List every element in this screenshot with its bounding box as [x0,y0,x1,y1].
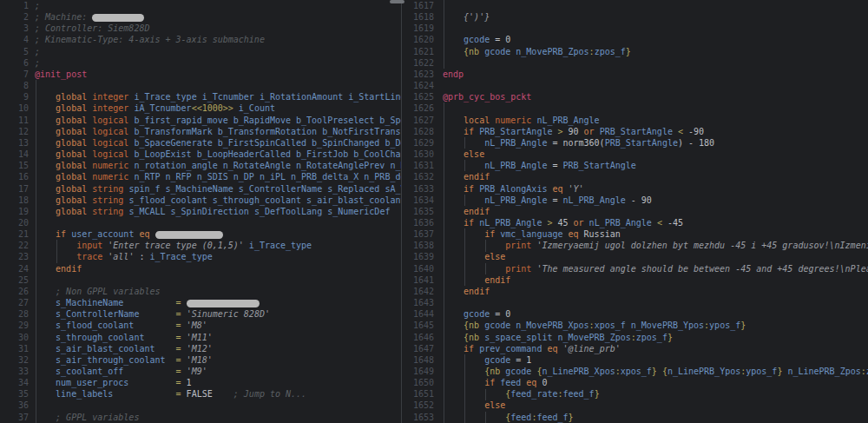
code-line[interactable]: 16 global numeric n_RTP n_RFP n_SDIS n_D… [0,171,401,182]
code-line[interactable]: 1619 [402,23,868,34]
line-number: 29 [0,320,35,331]
code-line[interactable]: 23 trace 'all' : i_Trace_type [0,251,401,262]
code-line[interactable]: 1633 if PRB_AlongAxis eq 'Y' [402,183,868,195]
code-line[interactable]: 1648 gcode = 1 [402,354,868,366]
code-text: print 'Izmeryaemij ugol dolzhen byt mezh… [443,240,868,251]
code-line[interactable]: 35 line_labels = FALSE ; Jump to N... [0,388,401,400]
code-line[interactable]: 8 [0,80,401,91]
code-line[interactable]: 1638 print 'Izmeryaemij ugol dolzhen byt… [402,240,868,251]
code-line[interactable]: 1647 if prev_command eq '@line_prb' [402,343,868,354]
vertical-scrollbar-thumb[interactable] [390,0,404,3]
code-line[interactable]: 1622 [402,57,868,69]
code-line[interactable]: 1628 if PRB_StartAngle > 90 or PRB_Start… [402,126,868,137]
code-line[interactable]: 27 s_MachineName = [0,297,401,308]
code-text: line_labels = FALSE ; Jump to N... [35,388,401,400]
code-line[interactable]: 30 s_through_coolant = 'M11' [0,332,401,343]
code-line[interactable]: 1645 {nb gcode n_MovePRB_Xpos:xpos_f n_M… [402,320,868,331]
code-line[interactable]: 17 global string spin_f s_MachineName s_… [0,183,401,195]
code-line[interactable]: 34 num_user_procs = 1 [0,377,401,388]
code-line[interactable]: 25 [0,274,401,286]
line-number: 16 [0,171,35,182]
code-line[interactable]: 1652 else [402,400,868,411]
code-line[interactable]: 18 global string s_flood_coolant s_throu… [0,195,401,206]
code-line[interactable]: 1653 {feed:feed_f} [402,412,868,423]
code-line[interactable]: 2; Machine: [0,11,401,23]
line-number: 30 [0,332,35,343]
code-line[interactable]: 20 [0,217,401,228]
code-line[interactable]: 1649 {nb gcode {n_LinePRB_Xpos:xpos_f} {… [402,366,868,377]
code-line[interactable]: 1634 nL_PRB_Angle = nL_PRB_Angle - 90 [402,195,868,206]
code-text: gcode = 1 [443,354,868,366]
code-line[interactable]: 1644 gcode = 0 [402,308,868,320]
code-text [35,400,401,411]
code-line[interactable]: 21 if user_account eq [0,228,401,240]
code-text: {feed_rate:feed_f} [443,388,868,400]
line-number: 22 [0,240,35,251]
code-line[interactable]: 32 s_air_through_coolant = 'M18' [0,354,401,366]
line-number: 12 [0,126,35,137]
code-text: global string s_MCALL s_SpinDirection s_… [35,206,401,217]
code-line[interactable]: 11 global logical b_first_rapid_move b_R… [0,115,401,126]
code-line[interactable]: 1627 local numeric nL_PRB_Angle [402,115,868,126]
code-line[interactable]: 1630 else [402,149,868,160]
code-line[interactable]: 1624 [402,80,868,91]
code-line[interactable]: 1635 endif [402,206,868,217]
code-line[interactable]: 33 s_coolant_off = 'M9' [0,366,401,377]
code-line[interactable]: 1643 [402,297,868,308]
code-line[interactable]: 1618 {')'} [402,11,868,23]
line-number: 1645 [402,320,443,331]
code-line[interactable]: 1; [0,0,401,11]
code-line[interactable]: 31 s_air_blast_coolant = 'M12' [0,343,401,354]
code-text: nL_PRB_Angle = PRB_StartAngle [443,160,868,171]
code-line[interactable]: 1621 {nb gcode n_MovePRB_Zpos:zpos_f} [402,46,868,57]
editor-left-pane[interactable]: 1;2; Machine: 3; Controller: Siem828D4; … [0,0,401,423]
code-line[interactable]: 14 global logical b_LoopExist b_LoopHead… [0,149,401,160]
code-line[interactable]: 1642 endif [402,286,868,297]
code-line[interactable]: 6; [0,57,401,69]
line-number: 1650 [402,377,443,388]
code-line[interactable]: 1625@prb_cyc_bos_pckt [402,91,868,102]
code-line[interactable]: 1623endp [402,69,868,80]
code-line[interactable]: 1629 nL_PRB_Angle = norm360(PRB_StartAng… [402,137,868,149]
line-number: 1625 [402,91,443,102]
code-line[interactable]: 26 ; Non GPPL variables [0,286,401,297]
code-line[interactable]: 1636 if nL_PRB_Angle > 45 or nL_PRB_Angl… [402,217,868,228]
code-line[interactable]: 5; [0,46,401,57]
line-number: 1620 [402,34,443,45]
code-line[interactable]: 1646 {nb s_space_split n_MovePRB_Zpos:zp… [402,332,868,343]
code-text: ; [35,57,401,69]
code-text: global integer i_Trace_type i_Tcnumber i… [35,91,401,102]
line-number: 14 [0,149,35,160]
code-line[interactable]: 10 global integer iA_Tcnumber<<1000>> i_… [0,102,401,114]
code-line[interactable]: 28 s_ControllerName = 'Sinumeric 828D' [0,308,401,320]
code-line[interactable]: 37 ; GPPL variables [0,412,401,423]
code-line[interactable]: 12 global logical b_TransformMark b_Tran… [0,126,401,137]
code-line[interactable]: 1626 [402,102,868,114]
code-line[interactable]: 1632 endif [402,171,868,182]
line-number: 1619 [402,23,443,34]
code-line[interactable]: 29 s_flood_coolant = 'M8' [0,320,401,331]
code-line[interactable]: 1650 if feed eq 0 [402,377,868,388]
code-line[interactable]: 4; Kinematic-Type: 4-axis + 3-axis subma… [0,34,401,45]
editor-right-pane[interactable]: 16171618 {')'}16191620 gcode = 01621 {nb… [402,0,868,423]
code-text: {')'} [443,11,868,23]
code-line[interactable]: 7@init_post [0,69,401,80]
code-line[interactable]: 36 [0,400,401,411]
code-line[interactable]: 9 global integer i_Trace_type i_Tcnumber… [0,91,401,102]
code-line[interactable]: 19 global string s_MCALL s_SpinDirection… [0,206,401,217]
code-line[interactable]: 1651 {feed_rate:feed_f} [402,388,868,400]
line-number: 11 [0,115,35,126]
code-text: s_coolant_off = 'M9' [35,366,401,377]
code-line[interactable]: 24 endif [0,263,401,274]
code-line[interactable]: 1641 endif [402,274,868,286]
code-line[interactable]: 1639 else [402,251,868,262]
code-line[interactable]: 3; Controller: Siem828D [0,23,401,34]
code-line[interactable]: 1640 print 'The measured angle should be… [402,263,868,274]
code-line[interactable]: 13 global logical b_SpaceGenerate b_Firs… [0,137,401,149]
code-line[interactable]: 1617 [402,0,868,11]
code-line[interactable]: 15 global numeric n_rotation_angle n_Rot… [0,160,401,171]
code-line[interactable]: 1620 gcode = 0 [402,34,868,45]
code-line[interactable]: 22 input 'Enter trace type (0,1,5)' i_Tr… [0,240,401,251]
code-line[interactable]: 1637 if vmc_language eq Russian [402,228,868,240]
code-line[interactable]: 1631 nL_PRB_Angle = PRB_StartAngle [402,160,868,171]
